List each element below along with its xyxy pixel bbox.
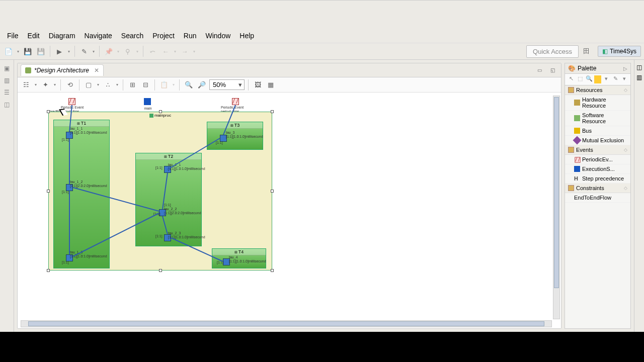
canvas-wrap: Periodic Event period: 8ms Jitter: Phase… bbox=[18, 93, 561, 328]
note-tool-icon[interactable] bbox=[594, 75, 601, 83]
palette-folder-resources[interactable]: Resources ◇ bbox=[565, 85, 630, 95]
export-image-icon[interactable]: 🖼 bbox=[252, 79, 263, 90]
item-label: Software Resource bbox=[582, 112, 627, 124]
back-arrow-icon[interactable]: ← bbox=[160, 46, 171, 57]
dropdown-icon[interactable]: ▾ bbox=[96, 82, 100, 87]
vertical-scrollbar[interactable] bbox=[553, 96, 560, 319]
dropdown-icon[interactable]: ▾ bbox=[135, 49, 139, 54]
dropdown-icon[interactable]: ▾ bbox=[115, 82, 119, 87]
view-other-icon[interactable]: ◫ bbox=[3, 101, 11, 109]
zoom-in-icon[interactable]: 🔍 bbox=[183, 79, 194, 90]
dropdown-icon[interactable]: ▾ bbox=[173, 49, 177, 54]
collapse-arrow-icon[interactable]: ▷ bbox=[623, 66, 627, 71]
filter-diagram-icon[interactable]: ⛬ bbox=[102, 79, 113, 90]
view-toggle-icon[interactable]: ◫ bbox=[636, 64, 642, 71]
zoom-out-icon[interactable]: 🔎 bbox=[196, 79, 207, 90]
zoom-tool-icon[interactable]: 🔍 bbox=[585, 75, 593, 83]
label-tau-1-2: tau_1_2[1:1][2.0:2.0]millisecond bbox=[70, 180, 107, 188]
view-outline-icon[interactable]: ▥ bbox=[3, 77, 11, 85]
view-properties-icon[interactable]: ☰ bbox=[3, 89, 11, 97]
quick-access-input[interactable]: Quick Access bbox=[526, 45, 579, 58]
dropdown-icon[interactable]: ▾ bbox=[172, 82, 176, 87]
folder-icon bbox=[568, 185, 574, 191]
mult-label: [1:1] bbox=[62, 190, 69, 194]
pin-icon[interactable]: 📌 bbox=[103, 46, 114, 57]
palette-item-software-resource[interactable]: Software Resource bbox=[565, 111, 630, 126]
dropdown-icon[interactable]: ▾ bbox=[67, 49, 71, 54]
menu-search[interactable]: Search bbox=[117, 30, 147, 42]
dropdown-icon[interactable]: ▾ bbox=[16, 49, 20, 54]
paste-icon[interactable]: 📋 bbox=[158, 79, 170, 90]
dropdown-icon[interactable]: ▾ bbox=[34, 82, 38, 87]
pin-icon[interactable]: ◇ bbox=[624, 87, 627, 93]
select-icon[interactable]: ✦ bbox=[40, 79, 51, 90]
folder-icon bbox=[568, 147, 574, 153]
back-nav-icon[interactable]: ⤺ bbox=[147, 46, 158, 57]
palette-item-hardware-resource[interactable]: Hardware Resource bbox=[565, 95, 630, 111]
open-perspective-icon[interactable]: 田 bbox=[581, 46, 592, 57]
diagram-canvas[interactable]: Periodic Event period: 8ms Jitter: Phase… bbox=[21, 96, 552, 319]
dropdown-icon[interactable]: ▾ bbox=[53, 82, 57, 87]
palette-item-end-to-end-flow[interactable]: EndToEndFlow bbox=[565, 193, 630, 203]
mult-label: [1:1] bbox=[155, 166, 163, 170]
palette-folder-events[interactable]: Events ◇ bbox=[565, 145, 630, 155]
filter-icon[interactable]: ⚲ bbox=[122, 46, 133, 57]
menu-file[interactable]: File bbox=[3, 30, 23, 42]
menu-run[interactable]: Run bbox=[180, 30, 201, 42]
block-t1[interactable]: ⊞ T1 bbox=[53, 120, 110, 268]
maximize-view-icon[interactable]: ◱ bbox=[547, 65, 558, 76]
menu-project[interactable]: Project bbox=[148, 30, 179, 42]
run-icon[interactable]: ▶ bbox=[54, 46, 65, 57]
main-label: main bbox=[142, 107, 153, 111]
new-icon[interactable]: 📄 bbox=[3, 46, 14, 57]
refresh-icon[interactable]: ⟲ bbox=[64, 79, 75, 90]
menu-edit[interactable]: Edit bbox=[24, 30, 44, 42]
save-icon[interactable]: 💾 bbox=[22, 46, 33, 57]
menu-window[interactable]: Window bbox=[201, 30, 234, 42]
pin-icon[interactable]: ◇ bbox=[624, 186, 627, 191]
palette-header[interactable]: 🎨 Palette ▷ bbox=[565, 63, 630, 74]
pointer-tool-icon[interactable]: ↖ bbox=[567, 75, 575, 83]
dropdown-icon[interactable]: ▾ bbox=[620, 75, 628, 83]
perspective-button[interactable]: ◧ Time4Sys bbox=[598, 46, 641, 57]
save-all-icon[interactable]: 💾 bbox=[35, 46, 46, 57]
dropdown-icon[interactable]: ▾ bbox=[116, 49, 120, 54]
palette-item-mutual-exclusion[interactable]: Mutual Exclusion bbox=[565, 136, 630, 145]
pin-layer-icon[interactable]: ⊟ bbox=[140, 79, 151, 90]
zoom-select[interactable]: 50% bbox=[209, 79, 245, 90]
folder-label: Resources bbox=[576, 87, 603, 93]
layers-icon[interactable]: ▢ bbox=[83, 79, 94, 90]
tab-design-architecture[interactable]: *Design Architecture ✕ bbox=[21, 64, 104, 76]
view-toggle-icon[interactable]: ▥ bbox=[636, 74, 642, 81]
wand-icon[interactable]: ✎ bbox=[78, 46, 90, 57]
minimize-view-icon[interactable]: ▭ bbox=[534, 65, 545, 76]
item-label: Step precedence bbox=[582, 175, 624, 182]
folder-label: Events bbox=[576, 147, 593, 153]
layout-mode-icon[interactable]: ▦ bbox=[265, 79, 276, 90]
main-event[interactable] bbox=[144, 98, 151, 107]
palette-item-execution-step[interactable]: ExecutionS... bbox=[565, 164, 630, 174]
menu-navigate[interactable]: Navigate bbox=[80, 30, 116, 42]
palette-folder-constraints[interactable]: Constraints ◇ bbox=[565, 184, 630, 193]
dropdown-icon[interactable]: ▾ bbox=[192, 49, 196, 54]
pin-icon[interactable]: ◇ bbox=[624, 147, 627, 152]
dropdown-icon[interactable]: ▾ bbox=[92, 49, 96, 54]
view-model-explorer-icon[interactable]: ▣ bbox=[3, 65, 11, 73]
horizontal-scrollbar[interactable] bbox=[21, 320, 552, 327]
marquee-tool-icon[interactable]: ⬚ bbox=[576, 75, 584, 83]
palette-item-step-precedence[interactable]: H Step precedence bbox=[565, 174, 630, 184]
note-link-tool-icon[interactable]: ✎ bbox=[611, 75, 619, 83]
palette-item-periodic-event[interactable]: PeriodicEv... bbox=[565, 155, 630, 164]
show-hide-icon[interactable]: ⊞ bbox=[127, 79, 138, 90]
dropdown-icon[interactable]: ▾ bbox=[602, 75, 610, 83]
forward-arrow-icon[interactable]: → bbox=[179, 46, 190, 57]
arrange-icon[interactable]: ☷ bbox=[21, 79, 32, 90]
item-label: Mutual Exclusion bbox=[582, 137, 624, 143]
label-tau-3: tau_3[1:1][1.0:1.0]millisecond bbox=[226, 131, 263, 139]
periodic-event-icon bbox=[232, 98, 239, 105]
palette-item-bus[interactable]: Bus bbox=[565, 126, 630, 136]
menu-help[interactable]: Help bbox=[235, 30, 258, 42]
close-icon[interactable]: ✕ bbox=[94, 67, 99, 74]
label-tau-1-1: tau_1_1[1:1][1.0:1.0]millisecond bbox=[70, 127, 107, 135]
menu-diagram[interactable]: Diagram bbox=[45, 30, 79, 42]
